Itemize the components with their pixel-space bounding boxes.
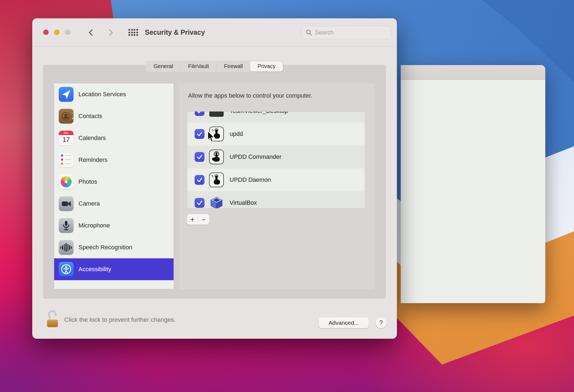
sidebar-item-location-services[interactable]: Location Services [54, 83, 174, 105]
search-placeholder: Search [315, 29, 333, 36]
calendar-icon: JUL 17 [59, 131, 74, 145]
checkbox-virtualbox[interactable] [195, 198, 204, 208]
sidebar-item-label: Microphone [78, 222, 110, 229]
app-row-updd-daemon[interactable]: UPDD Daemon [187, 168, 365, 191]
tab-privacy[interactable]: Privacy [250, 61, 283, 71]
back-button[interactable] [87, 29, 94, 36]
video-camera-icon [59, 196, 74, 211]
touch-hand-ring-icon [209, 149, 224, 165]
lock-message: Click the lock to prevent further change… [64, 316, 176, 323]
mouse-cursor [207, 130, 218, 145]
sidebar-item-microphone[interactable]: Microphone [54, 215, 174, 236]
background-window[interactable] [401, 65, 545, 303]
sidebar-item-label: Photos [78, 178, 97, 185]
checkbox-updd-commander[interactable] [195, 152, 204, 162]
pane-description: Allow the apps below to control your com… [188, 92, 312, 99]
advanced-button[interactable]: Advanced... [319, 317, 369, 328]
remove-app-button[interactable]: − [198, 215, 209, 224]
sidebar-item-speech-recognition[interactable]: Speech Recognition [54, 236, 174, 258]
search-input[interactable]: Search [302, 26, 391, 39]
add-app-button[interactable]: + [187, 215, 198, 224]
reminders-icon [59, 153, 74, 167]
photos-icon [59, 174, 74, 189]
sidebar-item-label: Contacts [78, 113, 102, 120]
toolbar-divider [32, 46, 397, 47]
list-add-remove-controls: + − [187, 214, 209, 225]
sidebar-item-label: Camera [78, 200, 100, 207]
security-privacy-window: Security & Privacy Search General FileVa… [32, 18, 397, 339]
background-window-titlebar [401, 65, 545, 80]
tab-general[interactable]: General [146, 61, 180, 71]
zoom-button [65, 30, 71, 35]
unlocked-padlock-icon[interactable] [46, 310, 61, 328]
microphone-icon [59, 218, 74, 233]
forward-button[interactable] [108, 29, 114, 36]
sidebar-item-label: Speech Recognition [78, 244, 132, 251]
checkbox-teamviewer[interactable] [195, 111, 204, 116]
show-all-grid-icon[interactable] [128, 29, 138, 36]
calendar-month-label: JUL [59, 131, 74, 135]
contacts-icon [59, 109, 74, 124]
calendar-day-label: 17 [59, 135, 74, 144]
sidebar-item-label: Accessibility [78, 266, 111, 273]
sidebar-item-reminders[interactable]: Reminders [54, 149, 174, 171]
sidebar-item-label: Calendars [78, 134, 106, 142]
sidebar-item-label: Location Services [78, 91, 126, 98]
allowed-apps-list: TeamViewer_Desktop updd [187, 111, 365, 209]
sidebar-item-calendars[interactable]: JUL 17 Calendars [54, 127, 174, 149]
accessibility-icon [59, 262, 74, 277]
app-row-teamviewer[interactable]: TeamViewer_Desktop [187, 111, 365, 122]
dark-monitor-icon [209, 111, 224, 119]
app-row-virtualbox[interactable]: VirtualBox [187, 191, 365, 209]
location-services-icon [59, 87, 74, 102]
page-title: Security & Privacy [145, 28, 205, 36]
search-icon [306, 29, 312, 36]
tab-firewall[interactable]: Firewall [217, 61, 250, 71]
sidebar-item-label: Reminders [78, 156, 107, 163]
sidebar-item-contacts[interactable]: Contacts [54, 105, 174, 127]
privacy-sidebar: Location Services Contacts JUL 17 Cale [54, 83, 174, 289]
checkbox-updd[interactable] [195, 129, 204, 139]
minimize-button[interactable] [54, 30, 60, 35]
sidebar-item-accessibility[interactable]: Accessibility [54, 258, 174, 280]
checkbox-updd-daemon[interactable] [195, 175, 204, 185]
close-button[interactable] [43, 30, 49, 35]
tab-filevault[interactable]: FileVault [181, 61, 216, 71]
sidebar-item-camera[interactable]: Camera [54, 193, 174, 215]
sidebar-item-photos[interactable]: Photos [54, 171, 174, 193]
app-row-updd-commander[interactable]: UPDD Commander [187, 145, 365, 168]
virtualbox-cube-icon [209, 195, 224, 209]
speech-waveform-icon [59, 240, 74, 255]
help-button[interactable]: ? [376, 317, 386, 328]
tab-bar: General FileVault Firewall Privacy [146, 61, 283, 72]
pointing-hand-icon [209, 172, 224, 188]
